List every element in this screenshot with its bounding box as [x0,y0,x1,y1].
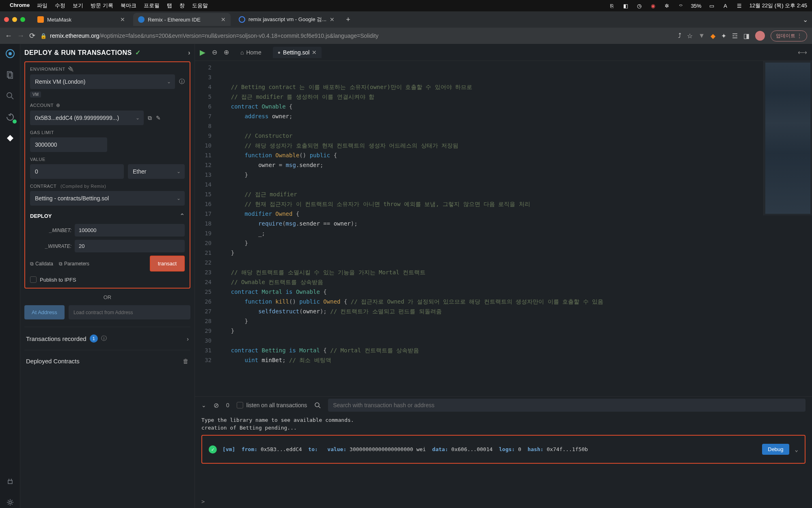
menu-profile[interactable]: 프로필 [144,2,160,9]
menu-window[interactable]: 창 [179,2,185,9]
clear-icon[interactable]: ⊘ [214,402,219,409]
profile-avatar-icon[interactable] [755,31,765,41]
value-input[interactable]: 0 [30,164,124,179]
transaction-log-row[interactable]: ✓ [vm] from: 0x5B3...eddC4 to: value: 30… [201,435,806,464]
run-script-icon[interactable]: ▶ [200,48,205,57]
editor-area: ▶ ⊖ ⊕ ⌂ Home ● Betting.sol ✕ ⟷ 234567891… [195,44,812,508]
menu-view[interactable]: 보기 [73,2,83,9]
collapse-icon[interactable]: ⌃ [179,212,185,220]
language-icon[interactable]: A [722,2,729,9]
menu-bookmarks[interactable]: 북마크 [121,2,136,9]
environment-select[interactable]: Remix VM (London) ⌄ [30,74,175,89]
extensions-icon[interactable]: ✦ [721,32,726,40]
param-minbet-input[interactable]: 100000 [75,224,185,237]
compiler-icon[interactable] [4,111,16,123]
from-val: 0x5B3...eddC4 [261,446,302,452]
datetime[interactable]: 12월 22일 (목) 오후 2:45 [749,2,807,9]
ext-icon-1[interactable]: ▼ [698,32,705,39]
menu-file[interactable]: 파일 [37,2,48,9]
expand-icon[interactable]: ⌄ [795,446,798,453]
info-icon[interactable]: ⓘ [101,335,107,342]
tab-home[interactable]: ⌂ Home [235,47,266,58]
forward-button[interactable]: → [17,32,24,40]
file-explorer-icon[interactable] [4,69,16,80]
transactions-recorded-row[interactable]: Transactions recorded 1 ⓘ › [24,327,190,350]
metamask-favicon-icon [37,16,44,23]
zoom-in-icon[interactable]: ⊕ [224,48,229,56]
deploy-run-icon[interactable] [4,132,16,144]
at-address-button[interactable]: At Address [24,305,65,319]
code-content[interactable]: // Betting contract 는 이를 배포하는 소유자(owner)… [217,61,812,396]
tab-overflow-icon[interactable]: ⌄ [803,16,808,24]
reading-list-icon[interactable]: ☲ [732,32,738,40]
search-icon[interactable] [4,90,16,102]
back-button[interactable]: ← [5,32,12,40]
menu-edit[interactable]: 수정 [55,2,65,9]
value-unit-select[interactable]: Ether ⌄ [128,164,185,179]
bluetooth-icon[interactable]: ✲ [663,2,671,9]
tab-close-icon[interactable]: ✕ [120,16,125,23]
edit-icon[interactable]: ✎ [156,115,161,121]
trash-icon[interactable]: 🗑 [183,358,189,365]
listen-checkbox[interactable] [237,402,243,408]
tab-close-icon[interactable]: ✕ [312,49,317,56]
debug-button[interactable]: Debug [762,444,789,455]
bookmark-star-icon[interactable]: ☆ [687,32,693,40]
control-center-icon[interactable]: ☰ [736,2,743,9]
window-close-button[interactable] [4,17,9,22]
remix-logo-icon[interactable] [4,48,16,59]
metamask-ext-icon[interactable]: ◆ [710,32,715,40]
parameters-link[interactable]: ⧉Parameters [59,261,89,267]
publish-ipfs-checkbox[interactable] [30,276,37,283]
app-icon[interactable]: ◧ [622,2,629,9]
contract-select[interactable]: Betting - contracts/Betting.sol ⌄ [30,191,185,206]
screenshot-icon[interactable]: ⎘ [608,2,615,9]
resize-handle-icon[interactable]: ⟷ [798,48,807,56]
env-info-icon[interactable]: ⓘ [179,78,185,85]
plugin-manager-icon[interactable] [4,475,16,487]
url-field[interactable]: 🔒 remix.ethereum.org/#optimize=false&run… [40,33,673,39]
tab-google[interactable]: remix javascript vm - Google 검... ✕ [234,13,339,26]
notification-icon[interactable]: ◉ [650,2,657,9]
terminal-prompt[interactable]: > [195,495,812,508]
at-address-input[interactable] [69,305,190,319]
add-icon[interactable]: ⊕ [56,102,60,108]
check-icon: ✓ [135,49,141,56]
terminal-expand-icon[interactable]: ⌄ [201,402,206,408]
tab-metamask[interactable]: MetaMask ✕ [32,13,130,26]
tab-remix[interactable]: Remix - Ethereum IDE ✕ [133,13,231,26]
chevron-down-icon: ⌄ [136,115,140,121]
menu-tab[interactable]: 탭 [167,2,172,9]
window-minimize-button[interactable] [12,17,17,22]
minimap[interactable] [763,61,812,215]
share-icon[interactable]: ⤴ [678,32,681,39]
param-minbet-label: _MINBET: [30,228,75,233]
copy-icon[interactable]: ⧉ [148,115,152,122]
tab-close-icon[interactable]: ✕ [221,16,226,23]
deployed-contracts-header[interactable]: Deployed Contracts 🗑 [24,350,190,372]
tx-search-input[interactable] [328,399,806,412]
menu-help[interactable]: 도움말 [192,2,208,9]
calldata-link[interactable]: ⧉Calldata [30,261,53,267]
settings-icon[interactable] [4,497,16,508]
menu-history[interactable]: 방문 기록 [91,2,113,9]
globe-icon[interactable]: ◷ [636,2,643,9]
param-winrate-input[interactable]: 20 [75,240,185,252]
update-button[interactable]: 업데이트 ⋮ [771,30,807,41]
transact-button[interactable]: transact [150,256,185,271]
tab-betting-sol[interactable]: ● Betting.sol ✕ [273,47,322,58]
window-maximize-button[interactable] [20,17,25,22]
search-icon[interactable] [314,402,321,408]
new-tab-button[interactable]: + [343,15,354,24]
reload-button[interactable]: ⟳ [29,31,35,40]
account-select[interactable]: 0x5B3...eddC4 (69.999999999...) ⌄ [30,111,144,125]
wifi-icon[interactable]: ⌔ [677,2,685,9]
menu-app[interactable]: Chrome [10,2,30,9]
collapse-icon[interactable]: › [188,49,190,56]
code-editor[interactable]: 2345678910111213141516171819202122232425… [195,61,812,396]
address-bar: ← → ⟳ 🔒 remix.ethereum.org/#optimize=fal… [0,28,812,44]
zoom-out-icon[interactable]: ⊖ [212,48,217,56]
tab-close-icon[interactable]: ✕ [330,16,335,23]
gas-limit-input[interactable]: 3000000 [30,137,107,152]
side-panel-icon[interactable]: ◨ [743,32,749,40]
